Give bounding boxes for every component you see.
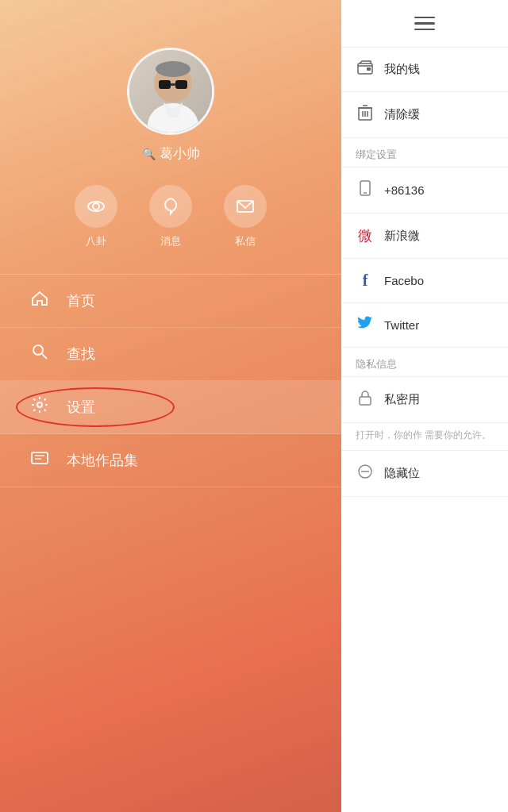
right-menu: 我的钱 清除缓 绑定设置: [341, 48, 508, 812]
svg-rect-4: [159, 80, 171, 89]
message-circle: [149, 185, 192, 228]
message-label: 消息: [160, 234, 181, 248]
lock-icon: [356, 390, 375, 410]
lock-icon: 🔍: [142, 148, 155, 160]
home-icon: [29, 289, 51, 313]
minus-circle-icon: [356, 464, 375, 483]
cache-label: 清除缓: [384, 107, 420, 122]
search-label: 查找: [67, 344, 95, 364]
action-dm[interactable]: 私信: [224, 185, 267, 248]
hamburger-line-2: [414, 22, 435, 25]
weibo-icon: 微: [356, 226, 375, 245]
nav-search[interactable]: 查找: [0, 328, 341, 381]
twitter-icon: [356, 316, 375, 334]
nav-settings[interactable]: 设置: [0, 381, 341, 434]
nav-home[interactable]: 首页: [0, 275, 341, 328]
right-item-twitter[interactable]: Twitter: [341, 303, 508, 348]
hide-location-label: 隐藏位: [384, 466, 420, 481]
section-privacy: 隐私信息: [341, 348, 508, 377]
facebook-label: Facebo: [384, 274, 424, 287]
baogua-circle: [75, 185, 117, 228]
twitter-label: Twitter: [384, 318, 419, 332]
facebook-icon: f: [356, 271, 375, 290]
right-item-hide-location[interactable]: 隐藏位: [341, 451, 508, 497]
right-item-cache[interactable]: 清除缓: [341, 92, 508, 138]
action-baogua[interactable]: 八卦: [75, 185, 117, 248]
hamburger-line-1: [414, 17, 435, 19]
right-item-facebook[interactable]: f Facebo: [341, 259, 508, 303]
baogua-label: 八卦: [86, 234, 106, 248]
trash-icon: [356, 105, 375, 125]
quick-actions: 八卦 消息 私信: [75, 185, 267, 248]
svg-line-12: [42, 354, 47, 359]
svg-rect-6: [171, 83, 175, 86]
right-item-weibo[interactable]: 微 新浪微: [341, 214, 508, 259]
hamburger-line-3: [414, 29, 435, 31]
right-item-phone[interactable]: +86136: [341, 167, 508, 214]
right-item-wallet[interactable]: 我的钱: [341, 48, 508, 92]
right-panel: 我的钱 清除缓 绑定设置: [341, 0, 508, 812]
svg-rect-27: [360, 397, 371, 405]
private-label: 私密用: [384, 392, 420, 407]
wallet-icon: [356, 60, 375, 79]
dm-circle: [224, 185, 267, 228]
action-message[interactable]: 消息: [149, 185, 192, 248]
hamburger-area: [341, 0, 508, 48]
settings-label: 设置: [67, 398, 95, 417]
hamburger-button[interactable]: [414, 17, 435, 31]
wallet-label: 我的钱: [384, 62, 420, 77]
svg-point-11: [33, 345, 43, 355]
dm-label: 私信: [235, 234, 256, 248]
svg-point-8: [93, 203, 99, 210]
nav-list: 首页 查找 设置: [0, 275, 341, 487]
local-icon: [29, 448, 51, 472]
svg-rect-5: [175, 80, 187, 89]
weibo-label: 新浪微: [384, 229, 420, 244]
svg-point-13: [37, 402, 42, 407]
section-bind: 绑定设置: [341, 138, 508, 167]
svg-rect-18: [367, 67, 371, 71]
right-item-private[interactable]: 私密用: [341, 377, 508, 423]
settings-icon: [29, 395, 51, 419]
avatar[interactable]: [127, 48, 214, 135]
username-row: 🔍 葛小帅: [142, 144, 200, 163]
search-icon: [29, 342, 51, 366]
phone-icon: [356, 180, 375, 200]
left-panel: 🔍 葛小帅 八卦 消息: [0, 0, 341, 812]
home-label: 首页: [67, 291, 95, 310]
username-label: 葛小帅: [160, 144, 200, 163]
local-label: 本地作品集: [67, 451, 138, 470]
privacy-note: 打开时，你的作 需要你的允许。: [341, 423, 508, 451]
nav-local[interactable]: 本地作品集: [0, 434, 341, 487]
svg-rect-14: [32, 452, 48, 464]
phone-label: +86136: [384, 183, 424, 197]
svg-point-3: [156, 61, 190, 77]
